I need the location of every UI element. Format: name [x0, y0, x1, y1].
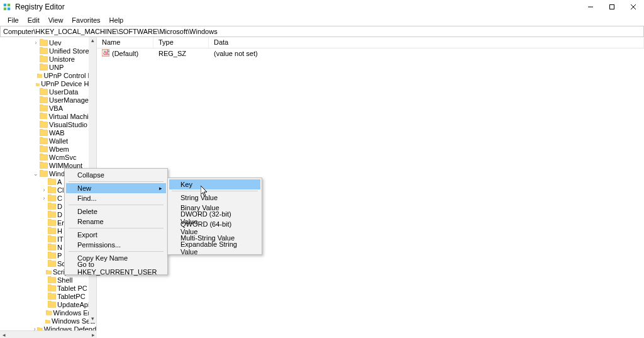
folder-icon	[40, 145, 48, 152]
ctx-new-expandstring[interactable]: Expandable String Value	[169, 243, 260, 253]
folder-icon	[48, 219, 56, 226]
tree-item[interactable]: ›Uev	[0, 38, 96, 47]
tree-item[interactable]: Windows Erro	[0, 308, 96, 317]
ctx-permissions[interactable]: Permissions...	[66, 240, 166, 250]
ctx-separator	[69, 181, 164, 182]
tree-item-label: Tablet PC	[57, 284, 87, 292]
tree-item[interactable]: TabletPC	[0, 292, 96, 300]
ctx-separator	[69, 251, 164, 252]
folder-icon	[40, 162, 48, 169]
address-bar[interactable]: Computer\HKEY_LOCAL_MACHINE\SOFTWARE\Mic…	[0, 26, 644, 37]
tree-item[interactable]: UpdateApi	[0, 300, 96, 308]
tree-item[interactable]: UserManager	[0, 96, 96, 104]
tree-item[interactable]: Virtual Machine	[0, 112, 96, 120]
expand-icon[interactable]: ›	[33, 40, 39, 46]
tree-item-label: VBA	[49, 104, 63, 112]
scroll-right-icon[interactable]: ▸	[89, 332, 97, 338]
expand-icon[interactable]: ›	[33, 326, 36, 331]
close-button[interactable]	[623, 0, 644, 14]
tree-item[interactable]: WAB	[0, 128, 96, 137]
tree-item[interactable]: Unified Store	[0, 47, 96, 55]
ctx-delete[interactable]: Delete	[66, 206, 166, 217]
folder-icon	[40, 113, 48, 120]
ctx-rename[interactable]: Rename	[66, 217, 166, 227]
folder-icon	[48, 260, 56, 267]
tree-item[interactable]: UPnP Control Po	[0, 71, 96, 79]
tree-item-label: Wbem	[49, 145, 69, 153]
tree-item-label: C	[57, 194, 62, 202]
ctx-separator	[69, 228, 164, 228]
menu-file[interactable]: File	[4, 15, 23, 25]
cell-data: (value not set)	[209, 49, 644, 58]
maximize-button[interactable]	[601, 0, 623, 14]
col-type[interactable]: Type	[153, 37, 209, 48]
svg-rect-1	[8, 4, 10, 6]
tree-item-label: Shell	[57, 276, 72, 284]
expand-icon[interactable]: ›	[41, 195, 47, 201]
tree-item-label: P	[57, 252, 62, 259]
tree-item[interactable]: Tablet PC	[0, 284, 96, 292]
tree-item[interactable]: ›Windows Defend	[0, 325, 96, 330]
collapse-icon[interactable]: ⌄	[33, 171, 39, 177]
menu-favorites[interactable]: Favorites	[68, 15, 104, 25]
submenu-arrow-icon: ▸	[159, 185, 162, 191]
menu-view[interactable]: View	[45, 15, 67, 25]
app-icon	[3, 3, 11, 11]
menu-bar: File Edit View Favorites Help	[0, 14, 644, 26]
folder-icon	[40, 39, 48, 46]
tree-item[interactable]: Unistore	[0, 55, 96, 63]
ctx-new-qword[interactable]: QWORD (64-bit) Value	[169, 223, 260, 233]
cell-type: REG_SZ	[153, 49, 209, 58]
scroll-left-icon[interactable]: ◂	[0, 332, 8, 338]
folder-icon	[48, 211, 56, 218]
menu-edit[interactable]: Edit	[24, 15, 43, 25]
folder-icon	[40, 64, 48, 70]
tree-item[interactable]: VisualStudio	[0, 120, 96, 128]
folder-icon	[40, 129, 48, 136]
tree-item[interactable]: UPnP Device Hos	[0, 79, 96, 87]
svg-rect-2	[4, 8, 6, 10]
folder-icon	[40, 55, 48, 62]
tree-item-label: Unified Store	[49, 47, 89, 55]
context-menu: Collapse New ▸ Find... Delete Rename Exp…	[64, 168, 168, 275]
tree-item-label: Er	[57, 219, 64, 227]
tree-item[interactable]: Wallet	[0, 137, 96, 145]
folder-icon	[48, 293, 56, 300]
tree-item[interactable]: UserData	[0, 87, 96, 96]
folder-icon	[40, 121, 48, 128]
folder-icon	[48, 178, 56, 185]
ctx-new[interactable]: New ▸	[66, 183, 166, 193]
ctx-find[interactable]: Find...	[66, 193, 166, 203]
scroll-up-icon[interactable]: ▴	[89, 37, 96, 45]
ctx-collapse[interactable]: Collapse	[66, 170, 166, 180]
tree-item-label: IT	[57, 235, 64, 243]
folder-icon	[46, 268, 52, 275]
tree-item-label: WAB	[49, 129, 65, 137]
tree-item[interactable]: WcmSvc	[0, 153, 96, 161]
ctx-new-string[interactable]: String Value	[169, 193, 260, 203]
ctx-goto-hkcu[interactable]: Go to HKEY_CURRENT_USER	[66, 263, 166, 273]
tree-item[interactable]: UNP	[0, 63, 96, 71]
tree-item[interactable]: VBA	[0, 104, 96, 112]
tree-item-label: D	[57, 203, 62, 210]
tree-item-label: UserData	[49, 88, 78, 96]
menu-help[interactable]: Help	[106, 15, 128, 25]
tree-item[interactable]: Shell	[0, 276, 96, 284]
folder-icon	[40, 88, 48, 95]
context-submenu-new: Key String Value Binary Value DWORD (32-…	[167, 177, 262, 255]
list-row[interactable]: ab (Default) REG_SZ (value not set)	[97, 48, 644, 59]
tree-horizontal-scrollbar[interactable]: ◂ ▸	[0, 330, 97, 338]
minimize-button[interactable]	[580, 0, 601, 14]
ctx-new-key[interactable]: Key	[169, 179, 260, 189]
expand-icon[interactable]: ›	[41, 187, 47, 193]
tree-item-label: Wallet	[49, 137, 68, 145]
cell-name: ab (Default)	[97, 48, 153, 59]
folder-icon	[45, 317, 50, 324]
tree-item[interactable]: Wbem	[0, 145, 96, 153]
scroll-down-icon[interactable]: ▾	[89, 315, 96, 323]
col-name[interactable]: Name	[97, 37, 153, 48]
folder-icon	[48, 203, 56, 210]
tree-item[interactable]: Windows Sear	[0, 317, 96, 325]
col-data[interactable]: Data	[209, 37, 644, 48]
ctx-export[interactable]: Export	[66, 230, 166, 240]
